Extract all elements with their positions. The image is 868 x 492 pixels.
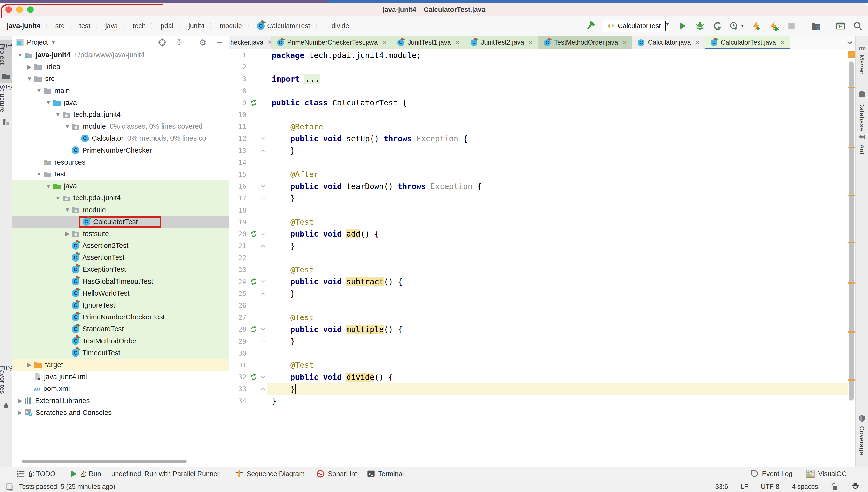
chevron-expanded-icon[interactable]: ▼ — [63, 123, 72, 130]
fold-marker-icon[interactable] — [259, 240, 267, 252]
tree-item-java[interactable]: ▼java — [12, 97, 229, 108]
stripe-maven-button[interactable]: mMaven — [856, 41, 868, 78]
tree-item-pom.xml[interactable]: mpom.xml — [12, 383, 229, 395]
scrollbar-warning-mark[interactable] — [848, 331, 856, 333]
code-line-22[interactable]: 22 — [229, 252, 848, 264]
breadcrumb-item-java[interactable]: java — [105, 21, 118, 31]
collapse-all-button[interactable] — [174, 37, 185, 48]
tree-item-target[interactable]: ▶target — [12, 359, 229, 371]
fold-marker-icon[interactable] — [259, 73, 267, 85]
code-line-10[interactable]: 10 — [229, 109, 848, 121]
code-line-24[interactable]: 24 public void subtract() { — [229, 276, 848, 288]
toolwindow-button-terminal[interactable]: Terminal — [367, 470, 404, 478]
chevron-expanded-icon[interactable]: ▼ — [63, 206, 72, 213]
tree-item-IgnoreTest[interactable]: CIgnoreTest — [12, 299, 229, 311]
hide-panel-button[interactable] — [214, 37, 225, 48]
coverage-report-button[interactable] — [811, 21, 821, 31]
run-button[interactable] — [677, 21, 688, 31]
tree-item-tech.pdai.junit4[interactable]: ▼tech.pdai.junit4 — [12, 108, 229, 120]
line-separator[interactable]: LF — [741, 483, 748, 491]
chevron-collapsed-icon[interactable]: ▶ — [25, 64, 34, 70]
code-line-1[interactable]: 1package tech.pdai.junit4.module; — [229, 49, 848, 61]
tree-item-HasGlobalTimeoutTest[interactable]: CHasGlobalTimeoutTest — [12, 276, 229, 288]
tree-item-CalculatorTest[interactable]: CCalculatorTest — [12, 216, 229, 228]
code-line-13[interactable]: 13 } — [229, 145, 848, 156]
tree-item-StandardTest[interactable]: CStandardTest — [12, 323, 229, 335]
editor-tab-CalculatorTest.java[interactable]: CCalculatorTest.java✕ — [705, 36, 790, 49]
code-line-20[interactable]: 20 public void add() { — [229, 228, 848, 240]
code-line-28[interactable]: 28 public void multiple() { — [229, 323, 848, 335]
breadcrumb-item-pdai[interactable]: pdai — [160, 21, 174, 31]
code-line-14[interactable]: 14 — [229, 156, 848, 168]
fold-marker-icon[interactable] — [259, 276, 267, 288]
tree-item-TimeoutTest[interactable]: CTimeoutTest — [12, 347, 229, 359]
toolwindow-button-sequence-diagram[interactable]: Sequence Diagram — [235, 470, 305, 478]
run-test-gutter-icon[interactable] — [248, 373, 259, 381]
search-everywhere-button[interactable] — [852, 21, 863, 31]
code-line-31[interactable]: 31 @Test — [229, 359, 848, 371]
stripe-ant-button[interactable]: Ant — [856, 129, 868, 158]
tree-item-resources[interactable]: resources — [12, 156, 229, 168]
breadcrumb-item-test[interactable]: test — [79, 21, 91, 31]
fold-marker-icon[interactable] — [259, 228, 267, 240]
breadcrumb-item-module[interactable]: module — [219, 21, 242, 31]
tree-item-main[interactable]: ▼main — [12, 85, 229, 97]
tree-item-Scratches and Consoles[interactable]: ▶Scratches and Consoles — [12, 407, 229, 419]
tree-item-PrimeNumberChecker[interactable]: CPrimeNumberChecker — [12, 144, 229, 156]
stripe-favorites-button[interactable]: 2: Favorites — [0, 363, 12, 413]
breadcrumb-item-src[interactable]: src — [55, 21, 65, 31]
code-editor[interactable]: 1package tech.pdai.junit4.module;23impor… — [229, 49, 848, 467]
scrollbar-warning-mark[interactable] — [848, 379, 856, 380]
breadcrumb-item-junit4[interactable]: junit4 — [188, 21, 205, 31]
tree-item-Calculator[interactable]: CCalculator0% methods, 0% lines co — [12, 132, 229, 144]
close-tab-icon[interactable]: ✕ — [780, 39, 785, 47]
run-test-gutter-icon[interactable] — [248, 325, 259, 333]
chevron-expanded-icon[interactable]: ▼ — [35, 87, 43, 94]
chevron-expanded-icon[interactable]: ▼ — [54, 111, 62, 118]
run-anything-button[interactable] — [835, 21, 846, 31]
tree-item-java-junit4.iml[interactable]: java-junit4.iml — [12, 371, 229, 383]
tree-item-java-junit4[interactable]: ▼java-junit4~/pdai/www/java-junit4 — [12, 49, 229, 61]
code-line-27[interactable]: 27 @Test — [229, 312, 848, 323]
tree-item-AssertionTest[interactable]: CAssertionTest — [12, 251, 229, 264]
select-opened-file-button[interactable] — [157, 37, 167, 48]
toolwindow-button-4-run[interactable]: 4: Run — [69, 469, 101, 478]
breadcrumb-item-tech[interactable]: tech — [132, 21, 146, 31]
code-line-26[interactable]: 26 — [229, 300, 848, 312]
chevron-collapsed-icon[interactable]: ▶ — [63, 230, 72, 237]
indent-setting[interactable]: 4 spaces — [792, 483, 818, 491]
code-line-32[interactable]: 32 public void divide() { — [229, 371, 848, 383]
fold-marker-icon[interactable] — [259, 192, 267, 204]
stripe-structure-button[interactable]: 7: Structure — [0, 81, 12, 129]
stop-button[interactable] — [786, 21, 797, 31]
tree-item-test[interactable]: ▼test — [12, 168, 229, 180]
file-encoding[interactable]: UTF-8 — [761, 483, 779, 491]
code-line-25[interactable]: 25 } — [229, 288, 848, 300]
tree-item-.idea[interactable]: ▶.idea — [12, 61, 229, 73]
code-line-30[interactable]: 30 — [229, 347, 848, 359]
tree-item-java[interactable]: ▼java — [12, 180, 229, 192]
chevron-expanded-icon[interactable]: ▼ — [16, 52, 24, 58]
chevron-expanded-icon[interactable]: ▼ — [54, 195, 62, 201]
hat-face-icon[interactable] — [851, 482, 860, 491]
code-line-23[interactable]: 23 @Test — [229, 264, 848, 276]
code-line-8[interactable]: 8 — [229, 85, 848, 97]
breadcrumb-item-CalculatorTest[interactable]: CCalculatorTest — [257, 21, 311, 31]
code-line-18[interactable]: 18 — [229, 204, 848, 216]
run-test-gutter-icon[interactable] — [248, 278, 259, 286]
tree-item-testsuite[interactable]: ▶testsuite — [12, 228, 229, 240]
code-line-33[interactable]: 33 } — [229, 383, 848, 395]
close-tab-icon[interactable]: ✕ — [528, 39, 533, 47]
caret-position[interactable]: 33:6 — [715, 483, 728, 491]
toolwindow-button-visualgc[interactable]: VisualGC — [806, 469, 847, 478]
tree-item-src[interactable]: ▼src — [12, 73, 229, 84]
chevron-expanded-icon[interactable]: ▼ — [44, 99, 53, 106]
run-test-gutter-icon[interactable] — [248, 230, 259, 238]
parallel-debug-button[interactable] — [769, 21, 779, 31]
toolwindow-button-6-todo[interactable]: 6: TODO — [17, 470, 55, 478]
fold-marker-icon[interactable] — [259, 371, 267, 383]
run-test-gutter-icon[interactable] — [248, 99, 259, 107]
code-line-16[interactable]: 16 public void tearDown() throws Excepti… — [229, 180, 848, 192]
parallel-run-button[interactable] — [751, 21, 762, 31]
scrollbar-warning-mark[interactable] — [848, 242, 856, 243]
